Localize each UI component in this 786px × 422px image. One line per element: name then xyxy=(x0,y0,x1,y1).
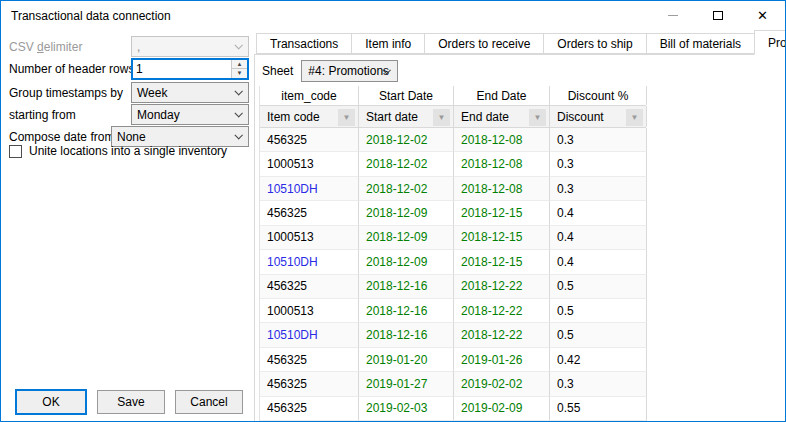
table-cell: 0.5 xyxy=(550,275,647,299)
table-cell: 0.4 xyxy=(550,226,647,250)
ok-button[interactable]: OK xyxy=(15,389,87,415)
header-rows-value: 1 xyxy=(133,60,231,78)
tab-promotions[interactable]: Promotions xyxy=(754,30,786,55)
table-cell: 2018-12-22 xyxy=(454,299,550,323)
sheet-select[interactable]: #4: Promotions xyxy=(301,60,398,82)
stepper-up-button[interactable]: ▲ xyxy=(232,60,247,69)
column-header: End Date xyxy=(454,86,550,105)
minimize-icon xyxy=(668,15,678,16)
filter-dropdown-button[interactable]: ▼ xyxy=(338,109,355,126)
header-rows-input[interactable]: 1 ▲ ▼ xyxy=(131,58,249,80)
tab-transactions[interactable]: Transactions xyxy=(256,33,352,54)
table-row: 10005132018-12-162018-12-220.5 xyxy=(260,299,646,323)
chevron-down-icon xyxy=(234,87,242,95)
cancel-button[interactable]: Cancel xyxy=(175,390,243,414)
table-row: 10510DH2018-12-022018-12-080.3 xyxy=(260,177,646,201)
window-title: Transactional data connection xyxy=(1,9,171,23)
table-cell: 456325 xyxy=(260,397,359,421)
filter-dropdown-button[interactable]: ▼ xyxy=(529,109,546,126)
group-timestamps-row: Group timestamps by Week xyxy=(1,82,254,103)
table-cell: 0.55 xyxy=(550,397,647,421)
dialog-buttons: OK Save Cancel xyxy=(1,389,254,415)
table-row: 4563252018-12-092018-12-150.4 xyxy=(260,201,646,225)
table-row: 4563252019-02-032019-02-090.55 xyxy=(260,397,646,421)
settings-panel: CSV delimiter , Number of header rows 1 … xyxy=(1,30,254,421)
group-timestamps-label: Group timestamps by xyxy=(1,86,123,100)
csv-delimiter-row: CSV delimiter , xyxy=(1,36,254,57)
compose-date-label: Compose date from xyxy=(1,130,114,144)
table-cell: 2018-12-02 xyxy=(359,177,454,201)
table-cell: 1000513 xyxy=(260,226,359,250)
table-row: 4563252019-01-202019-01-260.42 xyxy=(260,348,646,372)
table-cell: 0.3 xyxy=(550,372,647,396)
save-button[interactable]: Save xyxy=(97,390,165,414)
table-cell: 0.5 xyxy=(550,299,647,323)
filter-cell: Discount▼ xyxy=(550,106,647,127)
table-cell: 2018-12-22 xyxy=(454,275,550,299)
filter-arrow-icon: ▼ xyxy=(534,114,542,122)
table-cell: 2018-12-02 xyxy=(359,152,454,176)
table-cell: 2018-12-16 xyxy=(359,299,454,323)
table-cell: 2019-01-27 xyxy=(359,372,454,396)
tab-bill-of-materials[interactable]: Bill of materials xyxy=(646,33,755,54)
csv-delimiter-label: CSV delimiter xyxy=(1,40,82,54)
titlebar: Transactional data connection ✕ xyxy=(1,1,785,30)
table-cell: 0.3 xyxy=(550,152,647,176)
table-cell: 0.5 xyxy=(550,323,647,347)
filter-dropdown-button[interactable]: ▼ xyxy=(433,109,450,126)
promotions-data-grid: item_codeStart DateEnd DateDiscount %Ite… xyxy=(259,86,646,421)
maximize-button[interactable] xyxy=(695,1,740,30)
stepper-down-button[interactable]: ▼ xyxy=(232,68,247,78)
table-cell: 10510DH xyxy=(260,250,359,274)
sheet-tabstrip: TransactionsItem infoOrders to receiveOr… xyxy=(254,30,785,55)
filter-dropdown-button[interactable]: ▼ xyxy=(626,109,643,126)
table-cell: 456325 xyxy=(260,201,359,225)
table-cell: 0.3 xyxy=(550,128,647,152)
filter-label: Start date xyxy=(366,110,418,124)
table-cell: 0.42 xyxy=(550,348,647,372)
promotions-tab-page: Sheet #4: Promotions item_codeStart Date… xyxy=(254,55,785,421)
table-cell: 0.4 xyxy=(550,201,647,225)
unite-locations-checkbox[interactable] xyxy=(9,145,22,158)
dialog-body: CSV delimiter , Number of header rows 1 … xyxy=(1,30,785,421)
filter-label: Discount xyxy=(557,110,604,124)
tab-orders-to-ship[interactable]: Orders to ship xyxy=(543,33,646,54)
tab-item-info[interactable]: Item info xyxy=(351,33,425,54)
transactional-data-connection-dialog: Transactional data connection ✕ CSV deli… xyxy=(0,0,786,422)
table-cell: 1000513 xyxy=(260,299,359,323)
table-cell: 2018-12-08 xyxy=(454,128,550,152)
column-header: Start Date xyxy=(359,86,454,105)
compose-date-value: None xyxy=(117,130,146,144)
starting-from-label: starting from xyxy=(1,108,76,122)
table-cell: 2018-12-16 xyxy=(359,275,454,299)
sheet-selector-row: Sheet #4: Promotions xyxy=(255,55,785,86)
group-timestamps-select[interactable]: Week xyxy=(131,82,249,103)
table-cell: 10510DH xyxy=(260,323,359,347)
group-timestamps-value: Week xyxy=(137,86,167,100)
table-cell: 456325 xyxy=(260,348,359,372)
csv-delimiter-select: , xyxy=(131,36,249,57)
table-row: 4563252019-01-272019-02-020.3 xyxy=(260,372,646,396)
sheets-panel: TransactionsItem infoOrders to receiveOr… xyxy=(254,30,785,421)
header-rows-label: Number of header rows xyxy=(1,62,134,76)
table-cell: 2019-02-09 xyxy=(454,397,550,421)
csv-delimiter-value: , xyxy=(137,40,140,54)
table-row: 4563252018-12-022018-12-080.3 xyxy=(260,128,646,152)
table-row: 10005132018-12-092018-12-150.4 xyxy=(260,226,646,250)
tab-orders-to-receive[interactable]: Orders to receive xyxy=(424,33,544,54)
minimize-button[interactable] xyxy=(650,1,695,30)
header-rows-stepper: ▲ ▼ xyxy=(231,60,247,78)
unite-locations-checkbox-row[interactable]: Unite locations into a single inventory xyxy=(9,144,227,158)
sheet-select-value: #4: Promotions xyxy=(308,64,389,78)
table-row: 10510DH2018-12-092018-12-150.4 xyxy=(260,250,646,274)
table-cell: 2018-12-09 xyxy=(359,201,454,225)
window-controls: ✕ xyxy=(650,1,785,30)
header-rows-row: Number of header rows 1 ▲ ▼ xyxy=(1,58,254,79)
filter-cell: Item code▼ xyxy=(260,106,359,127)
close-button[interactable]: ✕ xyxy=(740,1,785,30)
chevron-down-icon xyxy=(234,109,242,117)
filter-label: End date xyxy=(461,110,509,124)
table-cell: 1000513 xyxy=(260,152,359,176)
table-cell: 2018-12-08 xyxy=(454,152,550,176)
starting-from-select[interactable]: Monday xyxy=(131,104,249,125)
